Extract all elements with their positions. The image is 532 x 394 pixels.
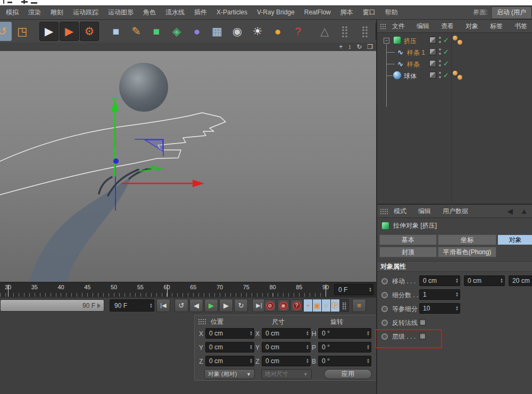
fields-icon[interactable]: ● [187,22,206,41]
make-editable-icon[interactable]: △ [315,22,334,41]
tab-平滑着色(Phong)[interactable]: 平滑着色(Phong) [438,247,496,257]
menu-V-Ray Bridge[interactable]: V-Ray Bridge [252,9,300,16]
coord-field-c2-row1[interactable]: 0 cm▲▼ [262,342,311,353]
spinner-arrows[interactable]: ▲▼ [149,301,153,310]
points-mode-icon[interactable]: ⣿ [335,22,354,41]
spline-pen-icon[interactable]: ✎ [127,22,146,41]
spinner-arrows[interactable]: ▲▼ [250,343,253,351]
tab-对象[interactable]: 对象 [497,234,532,245]
spinner-arrows[interactable]: ▲▼ [306,343,309,351]
menu-角色[interactable]: 角色 [138,8,161,17]
play-loop-button[interactable]: ↻ [234,299,248,312]
coord-field-c2-row2[interactable]: 0 cm▲▼ [262,356,311,366]
attr-field[interactable]: 10▲▼ [419,303,460,314]
coord-field-c1-row0[interactable]: 0 cm▲▼ [205,328,254,339]
timeline-end-field[interactable]: 0 F ▲▼ [334,284,373,295]
enable-check-icon[interactable]: ✓ [443,71,449,79]
tag-dot-icon[interactable] [453,36,458,40]
record-keyframe-button[interactable]: ⊘ [264,299,276,312]
history-back-icon[interactable]: ◀ [507,207,513,215]
layer-color-chip[interactable] [429,48,436,55]
visibility-dots[interactable] [439,48,442,56]
timeline-ruler[interactable]: 0 F ▲▼ 30354045505560657075808590 [0,282,376,297]
timeline-mode-button[interactable]: ≡ [352,299,366,312]
keyframe-parameter-toggle[interactable]: Ⓟ [330,299,340,312]
om-menu-查看[interactable]: 查看 [435,22,460,31]
viewport-canvas[interactable] [0,51,376,282]
object-name[interactable]: 球体 [404,72,417,81]
coord-field-c2-row0[interactable]: 0 cm▲▼ [262,328,311,339]
layer-color-chip[interactable] [429,60,436,67]
spinner-arrows[interactable]: ▲▼ [455,277,459,284]
deformers-icon[interactable]: ◈ [167,22,186,41]
coord-field-c3-row0[interactable]: 0 °▲▼ [318,328,371,339]
current-frame-field[interactable]: 90 F ▲▼ [110,299,154,312]
enable-check-icon[interactable]: ✓ [443,48,449,56]
object-name[interactable]: 样条 [407,60,420,69]
om-menu-对象[interactable]: 对象 [460,22,484,31]
menu-窗口[interactable]: 窗口 [358,8,380,17]
sphere-object[interactable] [119,63,168,112]
spinner-arrows[interactable]: ▲▼ [455,291,459,298]
spinner-arrows[interactable]: ▲▼ [367,330,370,337]
expand-collapse-toggle[interactable]: − [384,38,389,44]
menu-运动图形[interactable]: 运动图形 [103,8,138,17]
previous-frame-button[interactable]: ◀ [189,299,203,312]
visibility-dots[interactable] [439,72,442,79]
render-view-icon[interactable]: ▶ [39,22,59,41]
enable-check-icon[interactable]: ✓ [443,36,449,44]
panel-grip-icon[interactable] [380,208,388,214]
coordinate-system-icon[interactable]: ◳ [13,22,32,41]
spinner-arrows[interactable]: ▲▼ [367,343,370,351]
gizmo-center-handle[interactable] [113,158,119,164]
pan-view-icon[interactable]: + [339,44,343,50]
menu-脚本[interactable]: 脚本 [336,8,358,17]
visibility-dots[interactable] [439,37,442,44]
rotate-view-icon[interactable]: ↻ [356,44,362,50]
om-menu-编辑[interactable]: 编辑 [411,22,435,31]
attr-field[interactable]: 1▲▼ [419,289,460,300]
menu-帮助[interactable]: 帮助 [380,8,403,17]
spinner-arrows[interactable]: ▲▼ [500,277,503,284]
om-menu-书签[interactable]: 书签 [509,22,532,31]
zoom-view-icon[interactable]: ↕ [348,44,351,50]
menu-X-Particles[interactable]: X-Particles [212,9,252,16]
next-frame-button[interactable]: ▶ [219,299,233,312]
keyframe-dot-icon[interactable] [381,292,388,298]
layer-color-chip[interactable] [429,37,436,44]
coord-field-c1-row1[interactable]: 0 cm▲▼ [205,342,254,353]
tag-dot-icon[interactable] [458,40,462,45]
attr-checkbox[interactable] [419,319,426,325]
panel-grip-icon[interactable] [380,23,386,29]
play-forwards-button[interactable]: ▶ [204,299,218,312]
spinner-arrows[interactable]: ▲▼ [306,330,309,337]
sky-icon[interactable]: ● [268,22,287,41]
timeline-range-slider[interactable]: 90 F [0,299,104,312]
menu-流水线[interactable]: 流水线 [161,8,189,17]
maximize-view-icon[interactable]: ❒ [367,44,373,50]
tab-基本[interactable]: 基本 [379,234,437,245]
menu-渲染[interactable]: 渲染 [23,8,46,17]
tag-dot-icon[interactable] [453,71,458,76]
render-settings-icon[interactable]: ⚙ [80,22,99,41]
keyframe-scale-toggle[interactable]: ▣ [312,299,322,312]
render-picture-viewer-icon[interactable]: ▶ [60,22,79,41]
undo-icon[interactable]: ↺ [0,22,12,41]
keyframe-position-toggle[interactable]: + [303,299,313,312]
tab-坐标[interactable]: 坐标 [438,234,496,245]
coord-field-c1-row2[interactable]: 0 cm▲▼ [205,356,254,366]
coord-mode-dropdown[interactable]: 对象 (相对)▼ [204,369,255,379]
panel-grip-icon[interactable] [198,318,206,324]
attr-menu-模式[interactable]: 模式 [388,207,412,216]
coord-field-c3-row2[interactable]: 0 °▲▼ [318,356,371,366]
viewport[interactable]: +↕↻❒ [0,43,376,282]
play-backwards-button[interactable]: ↺ [174,299,188,312]
keyframe-dot-icon[interactable] [381,306,388,312]
object-row-样条 1[interactable]: ∿样条 1✓ [377,46,532,58]
help-icon[interactable]: ? [288,22,307,41]
visibility-dots[interactable] [439,60,442,68]
attr-field[interactable]: 0 cm▲▼ [464,275,505,286]
layer-color-chip[interactable] [429,72,436,79]
spinner-arrows[interactable]: ▲▼ [455,305,459,312]
menu-运动跟踪[interactable]: 运动跟踪 [68,8,103,17]
